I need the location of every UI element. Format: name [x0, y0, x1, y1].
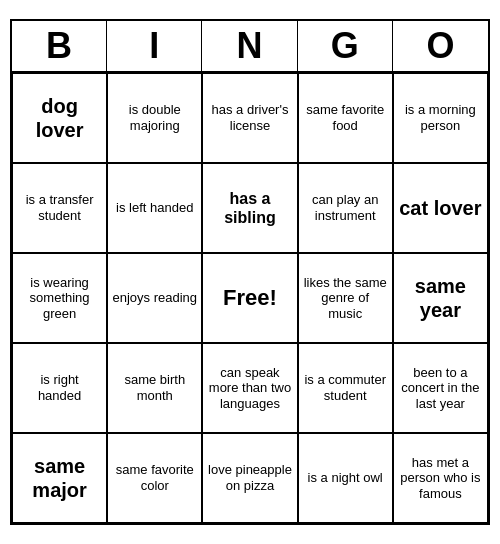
bingo-cell-6: is left handed [107, 163, 202, 253]
bingo-cell-10: is wearing something green [12, 253, 107, 343]
header-letter-i: I [107, 21, 202, 71]
header-letter-b: B [12, 21, 107, 71]
bingo-grid: dog loveris double majoringhas a driver'… [12, 73, 488, 523]
bingo-cell-14: same year [393, 253, 488, 343]
bingo-cell-24: has met a person who is famous [393, 433, 488, 523]
bingo-cell-1: is double majoring [107, 73, 202, 163]
bingo-cell-0: dog lover [12, 73, 107, 163]
bingo-cell-19: been to a concert in the last year [393, 343, 488, 433]
bingo-cell-5: is a transfer student [12, 163, 107, 253]
bingo-cell-9: cat lover [393, 163, 488, 253]
bingo-cell-12: Free! [202, 253, 297, 343]
bingo-cell-22: love pineapple on pizza [202, 433, 297, 523]
bingo-cell-23: is a night owl [298, 433, 393, 523]
bingo-cell-7: has a sibling [202, 163, 297, 253]
bingo-cell-4: is a morning person [393, 73, 488, 163]
bingo-cell-15: is right handed [12, 343, 107, 433]
bingo-cell-18: is a commuter student [298, 343, 393, 433]
bingo-cell-20: same major [12, 433, 107, 523]
bingo-cell-11: enjoys reading [107, 253, 202, 343]
bingo-cell-13: likes the same genre of music [298, 253, 393, 343]
bingo-cell-16: same birth month [107, 343, 202, 433]
bingo-card: BINGO dog loveris double majoringhas a d… [10, 19, 490, 525]
bingo-cell-17: can speak more than two languages [202, 343, 297, 433]
bingo-cell-2: has a driver's license [202, 73, 297, 163]
header-letter-o: O [393, 21, 488, 71]
bingo-cell-3: same favorite food [298, 73, 393, 163]
bingo-cell-21: same favorite color [107, 433, 202, 523]
bingo-header: BINGO [12, 21, 488, 73]
bingo-cell-8: can play an instrument [298, 163, 393, 253]
header-letter-n: N [202, 21, 297, 71]
header-letter-g: G [298, 21, 393, 71]
